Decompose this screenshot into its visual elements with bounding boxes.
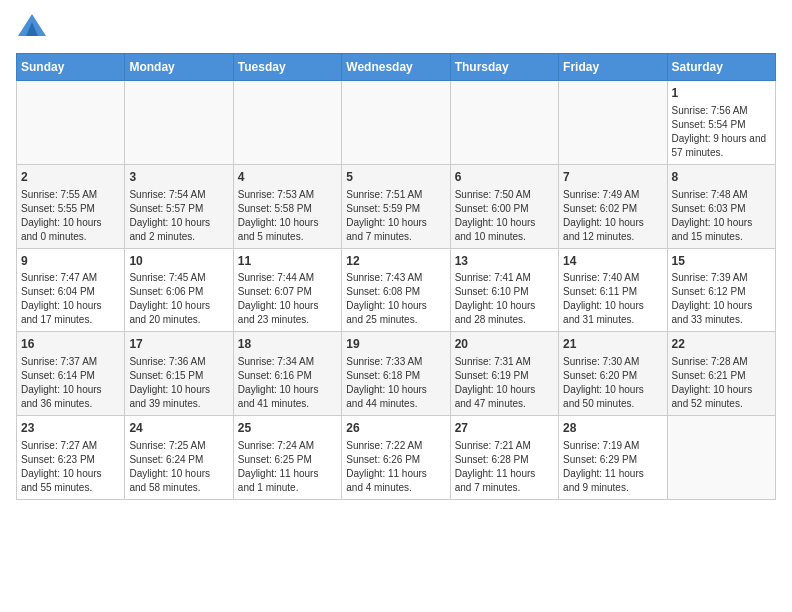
day-info: Sunrise: 7:33 AM Sunset: 6:18 PM Dayligh…: [346, 355, 445, 411]
calendar-cell: 4Sunrise: 7:53 AM Sunset: 5:58 PM Daylig…: [233, 164, 341, 248]
day-number: 17: [129, 336, 228, 353]
calendar-cell: 15Sunrise: 7:39 AM Sunset: 6:12 PM Dayli…: [667, 248, 775, 332]
day-info: Sunrise: 7:25 AM Sunset: 6:24 PM Dayligh…: [129, 439, 228, 495]
day-info: Sunrise: 7:48 AM Sunset: 6:03 PM Dayligh…: [672, 188, 771, 244]
calendar-cell: 16Sunrise: 7:37 AM Sunset: 6:14 PM Dayli…: [17, 332, 125, 416]
day-info: Sunrise: 7:54 AM Sunset: 5:57 PM Dayligh…: [129, 188, 228, 244]
calendar-body: 1Sunrise: 7:56 AM Sunset: 5:54 PM Daylig…: [17, 81, 776, 500]
calendar-cell: 13Sunrise: 7:41 AM Sunset: 6:10 PM Dayli…: [450, 248, 558, 332]
day-number: 6: [455, 169, 554, 186]
calendar-cell: 21Sunrise: 7:30 AM Sunset: 6:20 PM Dayli…: [559, 332, 667, 416]
day-number: 10: [129, 253, 228, 270]
header-row: SundayMondayTuesdayWednesdayThursdayFrid…: [17, 54, 776, 81]
day-number: 24: [129, 420, 228, 437]
day-info: Sunrise: 7:22 AM Sunset: 6:26 PM Dayligh…: [346, 439, 445, 495]
calendar-cell: 20Sunrise: 7:31 AM Sunset: 6:19 PM Dayli…: [450, 332, 558, 416]
calendar-week-5: 23Sunrise: 7:27 AM Sunset: 6:23 PM Dayli…: [17, 416, 776, 500]
calendar-cell: 2Sunrise: 7:55 AM Sunset: 5:55 PM Daylig…: [17, 164, 125, 248]
day-number: 1: [672, 85, 771, 102]
day-info: Sunrise: 7:51 AM Sunset: 5:59 PM Dayligh…: [346, 188, 445, 244]
day-number: 9: [21, 253, 120, 270]
calendar-cell: 3Sunrise: 7:54 AM Sunset: 5:57 PM Daylig…: [125, 164, 233, 248]
calendar-cell: 8Sunrise: 7:48 AM Sunset: 6:03 PM Daylig…: [667, 164, 775, 248]
day-number: 26: [346, 420, 445, 437]
day-info: Sunrise: 7:41 AM Sunset: 6:10 PM Dayligh…: [455, 271, 554, 327]
logo: [16, 16, 46, 41]
calendar-week-4: 16Sunrise: 7:37 AM Sunset: 6:14 PM Dayli…: [17, 332, 776, 416]
day-number: 28: [563, 420, 662, 437]
day-info: Sunrise: 7:31 AM Sunset: 6:19 PM Dayligh…: [455, 355, 554, 411]
day-info: Sunrise: 7:19 AM Sunset: 6:29 PM Dayligh…: [563, 439, 662, 495]
calendar-cell: 6Sunrise: 7:50 AM Sunset: 6:00 PM Daylig…: [450, 164, 558, 248]
calendar-week-3: 9Sunrise: 7:47 AM Sunset: 6:04 PM Daylig…: [17, 248, 776, 332]
day-info: Sunrise: 7:44 AM Sunset: 6:07 PM Dayligh…: [238, 271, 337, 327]
calendar-cell: [125, 81, 233, 165]
calendar-cell: 24Sunrise: 7:25 AM Sunset: 6:24 PM Dayli…: [125, 416, 233, 500]
day-number: 21: [563, 336, 662, 353]
day-number: 15: [672, 253, 771, 270]
page-header: [16, 16, 776, 41]
day-number: 19: [346, 336, 445, 353]
logo-text: [16, 16, 46, 41]
day-number: 8: [672, 169, 771, 186]
calendar-cell: 10Sunrise: 7:45 AM Sunset: 6:06 PM Dayli…: [125, 248, 233, 332]
calendar-cell: 7Sunrise: 7:49 AM Sunset: 6:02 PM Daylig…: [559, 164, 667, 248]
day-number: 13: [455, 253, 554, 270]
day-number: 16: [21, 336, 120, 353]
day-info: Sunrise: 7:55 AM Sunset: 5:55 PM Dayligh…: [21, 188, 120, 244]
day-info: Sunrise: 7:34 AM Sunset: 6:16 PM Dayligh…: [238, 355, 337, 411]
day-number: 18: [238, 336, 337, 353]
header-cell-wednesday: Wednesday: [342, 54, 450, 81]
calendar-cell: 28Sunrise: 7:19 AM Sunset: 6:29 PM Dayli…: [559, 416, 667, 500]
calendar-cell: 18Sunrise: 7:34 AM Sunset: 6:16 PM Dayli…: [233, 332, 341, 416]
day-info: Sunrise: 7:47 AM Sunset: 6:04 PM Dayligh…: [21, 271, 120, 327]
header-cell-sunday: Sunday: [17, 54, 125, 81]
day-info: Sunrise: 7:21 AM Sunset: 6:28 PM Dayligh…: [455, 439, 554, 495]
calendar-cell: 11Sunrise: 7:44 AM Sunset: 6:07 PM Dayli…: [233, 248, 341, 332]
day-number: 25: [238, 420, 337, 437]
calendar-cell: 22Sunrise: 7:28 AM Sunset: 6:21 PM Dayli…: [667, 332, 775, 416]
day-number: 2: [21, 169, 120, 186]
day-number: 11: [238, 253, 337, 270]
day-number: 20: [455, 336, 554, 353]
calendar-cell: 12Sunrise: 7:43 AM Sunset: 6:08 PM Dayli…: [342, 248, 450, 332]
calendar-cell: 23Sunrise: 7:27 AM Sunset: 6:23 PM Dayli…: [17, 416, 125, 500]
day-info: Sunrise: 7:49 AM Sunset: 6:02 PM Dayligh…: [563, 188, 662, 244]
day-info: Sunrise: 7:27 AM Sunset: 6:23 PM Dayligh…: [21, 439, 120, 495]
day-info: Sunrise: 7:24 AM Sunset: 6:25 PM Dayligh…: [238, 439, 337, 495]
day-info: Sunrise: 7:56 AM Sunset: 5:54 PM Dayligh…: [672, 104, 771, 160]
day-info: Sunrise: 7:28 AM Sunset: 6:21 PM Dayligh…: [672, 355, 771, 411]
calendar-cell: 19Sunrise: 7:33 AM Sunset: 6:18 PM Dayli…: [342, 332, 450, 416]
header-cell-friday: Friday: [559, 54, 667, 81]
day-number: 27: [455, 420, 554, 437]
calendar-week-1: 1Sunrise: 7:56 AM Sunset: 5:54 PM Daylig…: [17, 81, 776, 165]
day-info: Sunrise: 7:53 AM Sunset: 5:58 PM Dayligh…: [238, 188, 337, 244]
logo-icon: [18, 14, 46, 36]
day-info: Sunrise: 7:45 AM Sunset: 6:06 PM Dayligh…: [129, 271, 228, 327]
day-info: Sunrise: 7:40 AM Sunset: 6:11 PM Dayligh…: [563, 271, 662, 327]
calendar-cell: [342, 81, 450, 165]
day-info: Sunrise: 7:30 AM Sunset: 6:20 PM Dayligh…: [563, 355, 662, 411]
header-cell-saturday: Saturday: [667, 54, 775, 81]
day-info: Sunrise: 7:50 AM Sunset: 6:00 PM Dayligh…: [455, 188, 554, 244]
day-info: Sunrise: 7:43 AM Sunset: 6:08 PM Dayligh…: [346, 271, 445, 327]
calendar-cell: 5Sunrise: 7:51 AM Sunset: 5:59 PM Daylig…: [342, 164, 450, 248]
header-cell-tuesday: Tuesday: [233, 54, 341, 81]
calendar-cell: 26Sunrise: 7:22 AM Sunset: 6:26 PM Dayli…: [342, 416, 450, 500]
calendar-cell: [233, 81, 341, 165]
calendar-cell: 17Sunrise: 7:36 AM Sunset: 6:15 PM Dayli…: [125, 332, 233, 416]
day-number: 3: [129, 169, 228, 186]
calendar-header: SundayMondayTuesdayWednesdayThursdayFrid…: [17, 54, 776, 81]
day-number: 14: [563, 253, 662, 270]
calendar-cell: [450, 81, 558, 165]
calendar-cell: [667, 416, 775, 500]
calendar-cell: 25Sunrise: 7:24 AM Sunset: 6:25 PM Dayli…: [233, 416, 341, 500]
calendar-cell: [559, 81, 667, 165]
day-number: 22: [672, 336, 771, 353]
day-number: 23: [21, 420, 120, 437]
day-number: 7: [563, 169, 662, 186]
calendar-cell: 1Sunrise: 7:56 AM Sunset: 5:54 PM Daylig…: [667, 81, 775, 165]
calendar-table: SundayMondayTuesdayWednesdayThursdayFrid…: [16, 53, 776, 500]
header-cell-thursday: Thursday: [450, 54, 558, 81]
calendar-cell: 9Sunrise: 7:47 AM Sunset: 6:04 PM Daylig…: [17, 248, 125, 332]
